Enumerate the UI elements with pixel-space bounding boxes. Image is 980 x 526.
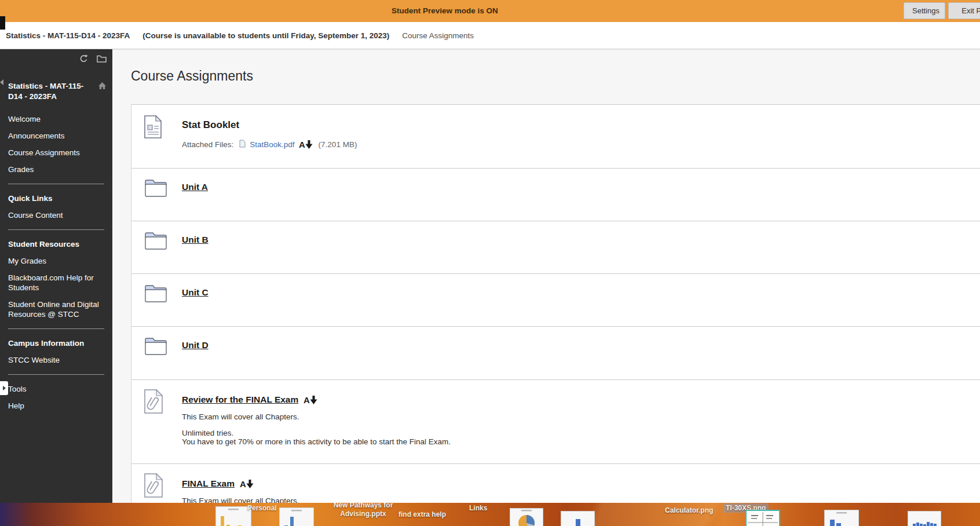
collapse-arrow-icon [3, 386, 6, 390]
sidebar-item-announcements[interactable]: Announcements [8, 131, 104, 141]
statbook-pdf-link[interactable]: StatBook.pdf [250, 140, 294, 149]
item-body: Unit A [182, 177, 980, 221]
course-menu-sidebar: Statistics - MAT-115-D14 - 2023FA Welcom… [0, 49, 112, 503]
refresh-icon[interactable] [79, 54, 88, 65]
folder-icon [144, 283, 167, 326]
student-preview-banner: Student Preview mode is ON Settings Exit… [0, 0, 980, 22]
course-title-row: Statistics - MAT-115-D14 - 2023FA [8, 81, 105, 101]
file-icon [239, 140, 246, 149]
sidebar-toolbar [0, 49, 112, 65]
item-body: Stat Booklet Attached Files: StatBook.pd… [182, 115, 980, 168]
sidebar-item-help[interactable]: Help [8, 401, 104, 411]
home-icon [98, 82, 107, 92]
content-document-icon [144, 115, 167, 168]
item-title: Stat Booklet [182, 119, 980, 131]
item-body: Unit B [182, 230, 980, 273]
ally-download-icon[interactable]: A [299, 140, 313, 149]
screen: Student Preview mode is ON Settings Exit… [0, 0, 980, 526]
sidebar-divider [8, 229, 104, 230]
preview-banner-message: Student Preview mode is ON [392, 6, 498, 15]
list-item-review-final-exam: Review for the FINAL Exam A This Exam wi… [131, 380, 980, 464]
list-item-unit-a: Unit A [131, 169, 980, 221]
assessment-link-review-final-exam[interactable]: Review for the FINAL Exam [182, 394, 298, 405]
black-corner-chip [0, 16, 5, 30]
list-item-final-exam: FINAL Exam A This Exam will cover all Ch… [131, 464, 980, 503]
list-item-unit-b: Unit B [131, 221, 980, 274]
item-body: Unit C [182, 283, 980, 326]
item-description: This Exam will cover all Chapters. [182, 412, 980, 421]
sidebar-item-my-grades[interactable]: My Grades [8, 256, 104, 266]
breadcrumb-availability-note: (Course is unavailable to students until… [142, 31, 389, 40]
svg-text:A: A [303, 395, 310, 405]
attachment-document-icon [144, 389, 167, 463]
collapse-menu-handle[interactable] [0, 381, 8, 395]
table-thumbnail-ti30xs[interactable] [745, 510, 780, 526]
breadcrumb-current-page: Course Assignments [402, 31, 474, 40]
main-content: Course Assignments [112, 49, 980, 503]
sidebar-item-welcome[interactable]: Welcome [8, 114, 104, 124]
sidebar-item-course-assignments[interactable]: Course Assignments [8, 148, 104, 158]
sidebar-item-tools[interactable]: Tools [8, 384, 104, 394]
chart-thumbnail-yellow-bars[interactable] [215, 506, 251, 526]
breadcrumb-course[interactable]: Statistics - MAT-115-D14 - 2023FA [6, 31, 130, 40]
sidebar-divider [8, 184, 104, 184]
sidebar-header-quick-links: Quick Links [8, 193, 104, 203]
page-title: Course Assignments [131, 68, 980, 84]
list-item-unit-d: Unit D [131, 327, 980, 380]
sidebar-header-student-resources: Student Resources [8, 239, 104, 249]
item-body: FINAL Exam A This Exam will cover all Ch… [182, 473, 980, 503]
desktop-strip: Personal New Pathways for Advising.pptx … [0, 503, 980, 526]
file-size: (7.201 MB) [319, 140, 357, 149]
sidebar-item-blackboard-help[interactable]: Blackboard.com Help for Students [8, 273, 104, 293]
attached-files-label: Attached Files: [182, 140, 233, 149]
folder-view-icon[interactable] [97, 54, 107, 65]
menu-scroll-arrow-icon [0, 79, 3, 85]
sidebar-item-student-online-resources[interactable]: Student Online and Digital Resources @ S… [8, 299, 104, 319]
exit-preview-button[interactable]: Exit Preview [948, 2, 980, 19]
chart-thumbnail-blue-bars[interactable] [279, 507, 314, 526]
desktop-label-calculator-png[interactable]: Calculator.png [665, 506, 713, 514]
ally-download-icon[interactable]: A [240, 479, 254, 489]
folder-icon [144, 230, 167, 273]
folder-link-unit-b[interactable]: Unit B [182, 235, 209, 244]
assignment-list: Stat Booklet Attached Files: StatBook.pd… [131, 104, 980, 503]
sidebar-item-course-content[interactable]: Course Content [8, 210, 104, 220]
svg-text:A: A [240, 479, 246, 489]
desktop-label-personal[interactable]: Personal [247, 504, 277, 512]
item-body: Review for the FINAL Exam A This Exam wi… [182, 389, 980, 463]
svg-text:A: A [299, 140, 305, 149]
list-item-unit-c: Unit C [131, 274, 980, 327]
item-description: Unlimited tries. [182, 429, 980, 437]
folder-link-unit-c[interactable]: Unit C [182, 287, 209, 297]
sidebar-item-grades[interactable]: Grades [8, 165, 104, 174]
chart-thumbnail-histogram[interactable] [561, 511, 595, 526]
folder-icon [144, 335, 167, 379]
breadcrumb: Statistics - MAT-115-D14 - 2023FA (Cours… [0, 22, 980, 49]
chart-thumbnail-descending-bars[interactable] [824, 510, 859, 526]
folder-link-unit-d[interactable]: Unit D [182, 340, 209, 350]
item-body: Unit D [182, 335, 980, 379]
attached-files-row: Attached Files: StatBook.pdf A (7.201 MB… [182, 140, 980, 149]
desktop-label-pathways-advising[interactable]: New Pathways for Advising.pptx [327, 503, 399, 518]
folder-link-unit-a[interactable]: Unit A [182, 182, 208, 192]
item-description: You have to get 70% or more in this acti… [182, 437, 980, 446]
sidebar-item-stcc-website[interactable]: STCC Website [8, 355, 104, 365]
sidebar-course-title[interactable]: Statistics - MAT-115-D14 - 2023FA [8, 81, 105, 101]
sidebar-divider [8, 328, 104, 329]
chart-thumbnail-pie[interactable] [510, 508, 543, 526]
item-description: This Exam will cover all Chapters. [182, 496, 980, 503]
list-item-stat-booklet: Stat Booklet Attached Files: StatBook.pd… [131, 105, 980, 169]
folder-icon [144, 177, 167, 221]
body-wrap: Statistics - MAT-115-D14 - 2023FA Welcom… [0, 49, 980, 503]
ally-download-icon[interactable]: A [303, 395, 318, 405]
attachment-document-icon [144, 473, 167, 503]
settings-button[interactable]: Settings [904, 2, 945, 19]
course-menu: Welcome Announcements Course Assignments… [0, 114, 112, 411]
assessment-link-final-exam[interactable]: FINAL Exam [182, 478, 235, 489]
sidebar-divider [8, 374, 104, 375]
sidebar-header-campus-information: Campus Information [8, 338, 104, 348]
desktop-label-links[interactable]: Links [469, 504, 487, 512]
desktop-label-find-extra-help[interactable]: find extra help [398, 510, 446, 518]
chart-thumbnail-flat-bars[interactable] [908, 511, 941, 526]
